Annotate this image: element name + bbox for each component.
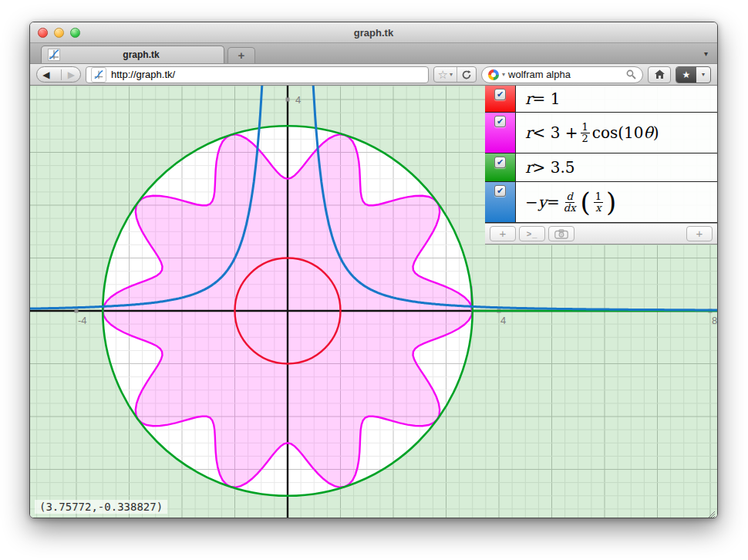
svg-text:-4: -4 bbox=[78, 315, 87, 326]
bookmark-reload-group: ☆ ▾ bbox=[433, 66, 477, 83]
bookmark-page-button[interactable]: ☆ ▾ bbox=[434, 67, 457, 82]
url-field[interactable]: http://graph.tk/ bbox=[86, 66, 429, 83]
browser-window: graph.tk graph.tk + ▾ ◀ ▶ bbox=[29, 22, 718, 518]
chevron-down-icon: ▾ bbox=[696, 71, 710, 78]
color-swatch[interactable]: ✔ bbox=[485, 86, 516, 112]
visibility-checkbox[interactable]: ✔ bbox=[494, 185, 506, 197]
google-logo-icon[interactable] bbox=[488, 69, 499, 80]
visibility-checkbox[interactable]: ✔ bbox=[494, 116, 506, 127]
fraction: ddx bbox=[562, 191, 578, 213]
tab-bar: graph.tk + ▾ bbox=[30, 43, 717, 64]
search-text[interactable]: wolfram alpha bbox=[508, 69, 623, 80]
navigation-toolbar: ◀ ▶ http://graph.tk/ ☆ ▾ bbox=[30, 64, 717, 86]
equation-text: r = 1 bbox=[516, 86, 717, 112]
equation-panel: ✔r = 1✔r < 3 + 12cos(10θ)✔r > 3.5✔−y = d… bbox=[485, 86, 717, 245]
equation-row-2[interactable]: ✔r < 3 + 12cos(10θ) bbox=[485, 113, 717, 153]
tab-list-dropdown-icon[interactable]: ▾ bbox=[704, 49, 708, 58]
color-swatch[interactable]: ✔ bbox=[485, 113, 516, 153]
home-icon bbox=[654, 69, 665, 79]
forward-button[interactable]: ▶ bbox=[61, 69, 75, 80]
equation-row-4[interactable]: ✔−y = ddx(1x) bbox=[485, 182, 717, 223]
visibility-checkbox[interactable]: ✔ bbox=[494, 89, 506, 100]
equation-text: r < 3 + 12cos(10θ) bbox=[516, 113, 717, 153]
add-panel-button[interactable]: + bbox=[686, 226, 713, 241]
graph-favicon-icon bbox=[93, 69, 104, 80]
console-button[interactable]: >_ bbox=[519, 226, 545, 241]
color-swatch[interactable]: ✔ bbox=[485, 153, 516, 181]
resize-grip[interactable] bbox=[706, 509, 716, 518]
url-text[interactable]: http://graph.tk/ bbox=[111, 69, 175, 80]
tab-title: graph.tk bbox=[65, 49, 217, 60]
reload-icon bbox=[461, 69, 472, 80]
screenshot-button[interactable] bbox=[548, 226, 574, 241]
tab-graph-tk[interactable]: graph.tk bbox=[41, 46, 224, 63]
panel-toolbar: + >_ + bbox=[485, 223, 717, 245]
svg-text:8: 8 bbox=[712, 315, 717, 326]
color-swatch[interactable]: ✔ bbox=[485, 182, 516, 222]
fraction: 12 bbox=[581, 122, 590, 143]
titlebar[interactable]: graph.tk bbox=[30, 22, 717, 43]
new-tab-button[interactable]: + bbox=[227, 47, 255, 63]
cursor-coordinates: (3.75772,-0.338827) bbox=[35, 500, 167, 514]
fraction: 1x bbox=[594, 191, 603, 213]
home-button[interactable] bbox=[648, 66, 671, 83]
back-button[interactable]: ◀ bbox=[42, 69, 49, 80]
visibility-checkbox[interactable]: ✔ bbox=[494, 157, 506, 168]
camera-icon bbox=[554, 229, 568, 239]
equation-text: r > 3.5 bbox=[516, 153, 717, 181]
add-equation-button[interactable]: + bbox=[490, 226, 516, 241]
search-field[interactable]: ▾ wolfram alpha bbox=[481, 66, 643, 83]
equation-text: −y = ddx(1x) bbox=[516, 182, 717, 222]
search-engine-dropdown-icon[interactable]: ▾ bbox=[502, 71, 505, 78]
graph-favicon-icon bbox=[48, 49, 60, 61]
equation-row-1[interactable]: ✔r = 1 bbox=[485, 86, 717, 113]
site-identity[interactable] bbox=[91, 67, 106, 83]
equation-row-3[interactable]: ✔r > 3.5 bbox=[485, 153, 717, 182]
back-forward-group: ◀ ▶ bbox=[36, 66, 81, 83]
window-title: graph.tk bbox=[30, 27, 717, 39]
chevron-down-icon: ▾ bbox=[450, 71, 453, 78]
page-content: -4484 ✔r = 1✔r < 3 + 12cos(10θ)✔r > 3.5✔… bbox=[30, 86, 717, 518]
equation-list: ✔r = 1✔r < 3 + 12cos(10θ)✔r > 3.5✔−y = d… bbox=[485, 86, 717, 223]
bookmarks-menu-button[interactable]: ★ ▾ bbox=[676, 66, 711, 83]
svg-text:4: 4 bbox=[500, 315, 506, 326]
svg-text:4: 4 bbox=[295, 94, 301, 106]
star-icon: ☆ bbox=[438, 69, 448, 80]
bookmarks-star-icon: ★ bbox=[676, 67, 696, 83]
magnifier-icon[interactable] bbox=[626, 69, 636, 79]
reload-button[interactable] bbox=[457, 67, 476, 82]
